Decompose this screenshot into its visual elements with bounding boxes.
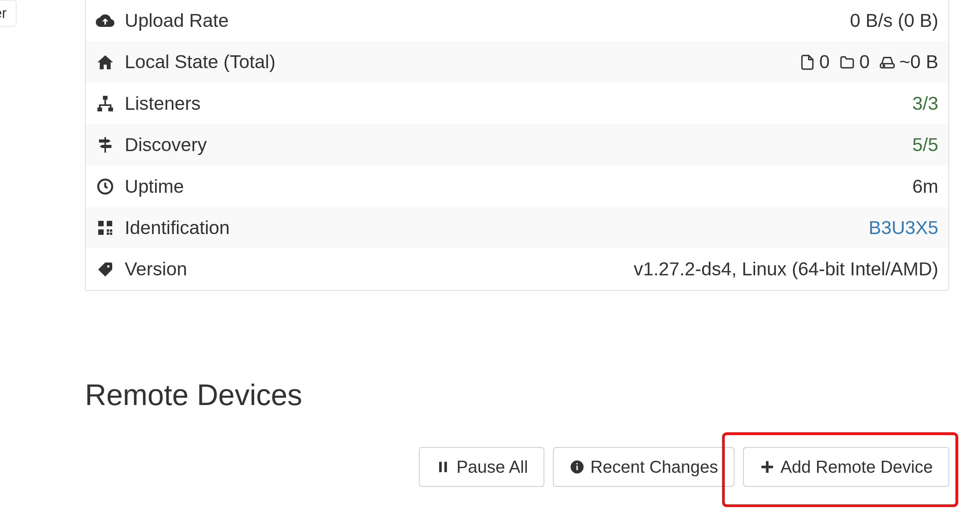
- svg-rect-16: [576, 466, 577, 470]
- signpost-icon: [96, 136, 116, 154]
- svg-rect-2: [97, 107, 102, 111]
- pause-icon: [435, 459, 451, 475]
- partial-button-label: er: [0, 5, 7, 21]
- stat-label: Discovery: [125, 133, 207, 157]
- remote-devices-heading: Remote Devices: [85, 378, 302, 412]
- stat-value: 0 B/s (0 B): [850, 9, 938, 33]
- stat-label: Local State (Total): [125, 50, 275, 74]
- local-state-folders: 0: [859, 50, 870, 74]
- svg-rect-11: [110, 233, 112, 235]
- add-remote-device-button[interactable]: Add Remote Device: [743, 447, 949, 487]
- svg-rect-17: [576, 463, 577, 464]
- svg-rect-5: [98, 221, 104, 226]
- svg-rect-3: [108, 107, 113, 111]
- svg-rect-1: [103, 96, 108, 100]
- svg-rect-7: [98, 229, 104, 235]
- tag-icon: [96, 260, 116, 279]
- local-state-files: 0: [819, 50, 830, 74]
- svg-point-12: [107, 265, 109, 268]
- stat-label: Uptime: [125, 174, 184, 199]
- stat-row-version: Version v1.27.2-ds4, Linux (64-bit Intel…: [86, 248, 948, 290]
- svg-rect-13: [439, 462, 442, 472]
- svg-rect-8: [107, 229, 109, 232]
- svg-rect-10: [107, 233, 109, 235]
- stat-row-uptime: Uptime 6m: [86, 166, 948, 207]
- plus-icon: [759, 459, 775, 475]
- cloud-upload-icon: [96, 11, 116, 30]
- hdd-icon: [879, 54, 895, 70]
- stat-value: 6m: [912, 174, 938, 199]
- stat-label: Version: [125, 257, 187, 281]
- svg-rect-6: [107, 221, 112, 226]
- stat-label: Identification: [125, 216, 230, 240]
- local-state-size: ~0 B: [899, 50, 938, 74]
- pause-all-button[interactable]: Pause All: [419, 447, 544, 487]
- sitemap-icon: [96, 94, 116, 113]
- recent-changes-button[interactable]: Recent Changes: [553, 447, 735, 487]
- stat-row-listeners: Listeners 3/3: [86, 83, 948, 124]
- stat-value-listeners[interactable]: 3/3: [912, 92, 938, 116]
- stat-label: Listeners: [125, 92, 201, 116]
- stat-value-discovery[interactable]: 5/5: [912, 133, 938, 157]
- home-icon: [96, 53, 116, 72]
- partial-button[interactable]: er: [0, 0, 16, 26]
- stat-label: Upload Rate: [125, 9, 229, 33]
- stat-row-identification: Identification B3U3X5: [86, 207, 948, 248]
- button-label: Recent Changes: [590, 457, 718, 477]
- clock-icon: [96, 177, 116, 196]
- button-label: Pause All: [456, 457, 528, 477]
- info-icon: [569, 459, 585, 475]
- svg-rect-19: [761, 466, 773, 469]
- identification-link[interactable]: B3U3X5: [869, 216, 938, 240]
- file-icon: [799, 54, 816, 70]
- folder-icon: [839, 54, 855, 70]
- stat-row-local-state: Local State (Total) 0 0 ~0 B: [86, 41, 948, 83]
- svg-point-0: [883, 65, 885, 67]
- svg-rect-14: [445, 462, 447, 472]
- stat-value: v1.27.2-ds4, Linux (64-bit Intel/AMD): [634, 257, 938, 281]
- button-label: Add Remote Device: [780, 457, 933, 477]
- svg-rect-9: [110, 229, 112, 232]
- stat-row-discovery: Discovery 5/5: [86, 124, 948, 166]
- this-device-panel: Upload Rate 0 B/s (0 B) Local State (Tot…: [85, 0, 949, 291]
- qrcode-icon: [96, 218, 116, 237]
- stat-row-upload-rate: Upload Rate 0 B/s (0 B): [86, 0, 948, 41]
- remote-devices-buttons: Pause All Recent Changes Add Remote Devi…: [85, 447, 949, 487]
